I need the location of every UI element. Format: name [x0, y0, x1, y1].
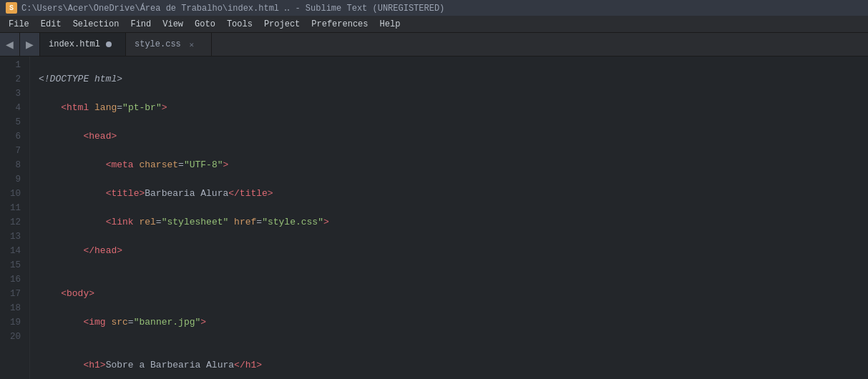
tab-close-icon[interactable]: ✕ [187, 39, 197, 49]
tab-label: style.css [135, 39, 181, 49]
tab-style-css[interactable]: style.css ✕ [126, 33, 212, 56]
title-path: C:\Users\Acer\OneDrive\Área de Trabalho\… [21, 3, 444, 14]
line-num-13: 13 [6, 230, 21, 244]
code-line-10: <img src="banner.jpg"> [39, 315, 868, 330]
line-num-12: 12 [6, 215, 21, 230]
code-line-12: <h1>Sobre a Barbearia Alura</h1> [39, 358, 868, 373]
menu-preferences[interactable]: Preferences [306, 18, 374, 31]
line-num-5: 5 [6, 115, 21, 129]
tab-nav-prev[interactable]: ◀ [0, 33, 20, 56]
line-num-14: 14 [6, 244, 21, 258]
line-num-3: 3 [6, 87, 21, 101]
line-num-10: 10 [6, 187, 21, 201]
line-num-15: 15 [6, 258, 21, 272]
line-num-19: 19 [6, 315, 21, 330]
menu-file[interactable]: File [3, 18, 35, 31]
menu-view[interactable]: View [157, 18, 189, 31]
tab-bar: ◀ ▶ index.html style.css ✕ [0, 33, 868, 56]
line-num-7: 7 [6, 144, 21, 158]
code-line-9: <body> [39, 287, 868, 301]
line-num-2: 2 [6, 72, 21, 87]
title-bar: S C:\Users\Acer\OneDrive\Área de Trabalh… [0, 0, 868, 16]
line-num-16: 16 [6, 272, 21, 287]
line-num-20: 20 [6, 330, 21, 344]
menu-tools[interactable]: Tools [221, 18, 258, 31]
code-editor[interactable]: <!DOCTYPE html> <html lang="pt-br"> <hea… [30, 56, 868, 379]
line-num-17: 17 [6, 287, 21, 301]
menu-goto[interactable]: Goto [189, 18, 221, 31]
tab-nav-next[interactable]: ▶ [20, 33, 40, 56]
menu-edit[interactable]: Edit [35, 18, 67, 31]
tab-modified-dot [106, 41, 112, 47]
line-num-18: 18 [6, 301, 21, 315]
code-line-5: <title>Barbearia Alura</title> [39, 187, 868, 201]
line-num-8: 8 [6, 158, 21, 172]
menu-project[interactable]: Project [258, 18, 306, 31]
tab-label: index.html [49, 39, 100, 49]
editor: 1 2 3 4 5 6 7 8 9 10 11 12 13 14 15 16 1… [0, 56, 868, 379]
line-num-11: 11 [6, 201, 21, 215]
tab-index-html[interactable]: index.html [40, 33, 126, 56]
code-line-6: <link rel="stylesheet" href="style.css"> [39, 215, 868, 230]
line-num-6: 6 [6, 129, 21, 144]
menu-selection[interactable]: Selection [67, 18, 125, 31]
code-line-4: <meta charset="UTF-8"> [39, 158, 868, 172]
app-icon: S [6, 2, 17, 14]
menu-find[interactable]: Find [125, 18, 157, 31]
line-num-1: 1 [6, 58, 21, 72]
line-numbers: 1 2 3 4 5 6 7 8 9 10 11 12 13 14 15 16 1… [0, 56, 30, 379]
menu-help[interactable]: Help [374, 18, 406, 31]
code-line-1: <!DOCTYPE html> [39, 72, 868, 87]
code-line-3: <head> [39, 129, 868, 144]
code-line-7: </head> [39, 244, 868, 258]
line-num-9: 9 [6, 172, 21, 187]
line-num-4: 4 [6, 101, 21, 115]
code-line-2: <html lang="pt-br"> [39, 101, 868, 115]
menu-bar: File Edit Selection Find View Goto Tools… [0, 16, 868, 33]
